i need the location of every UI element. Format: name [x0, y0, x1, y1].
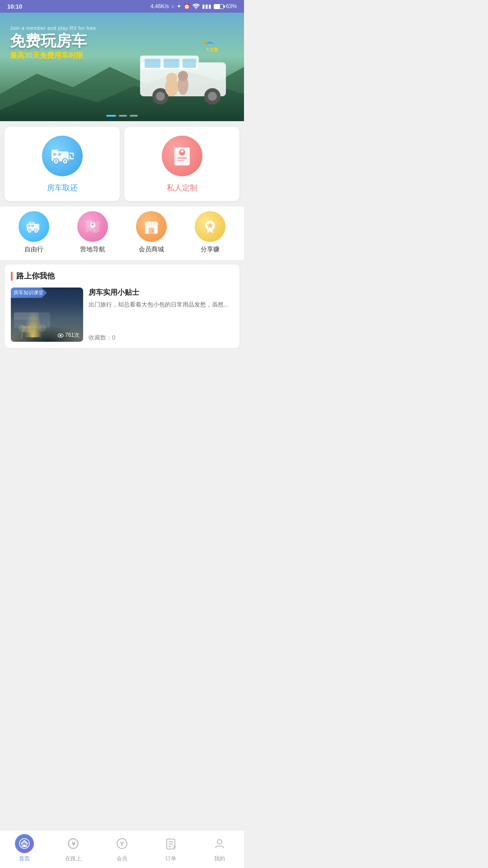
svg-point-8: [208, 92, 217, 101]
article-favorites: 收藏数：0: [89, 334, 233, 342]
battery-percent: 63%: [226, 3, 237, 9]
member-shop-item[interactable]: 会员商城: [136, 211, 167, 254]
banner-sub-text: 最高30天免费用车时限: [10, 51, 96, 61]
svg-rect-30: [28, 225, 30, 227]
rv-pickup-card[interactable]: 房车取还: [5, 127, 120, 201]
svg-rect-3: [164, 59, 179, 68]
svg-point-21: [64, 160, 66, 163]
svg-rect-2: [145, 59, 160, 68]
wifi-icon: [192, 4, 200, 9]
member-shop-label: 会员商城: [139, 245, 164, 254]
bluetooth-icon: ✦: [177, 3, 181, 9]
article-desc: 出门旅行，却总看着大包小包的日常用品发愁，虽然...: [89, 300, 233, 309]
svg-rect-24: [177, 157, 187, 159]
banner-dots: [106, 115, 138, 117]
article-views-count: 761次: [65, 331, 80, 339]
status-bar: 10:10 4.46K/s ○ ✦ ⏰ ▮▮▮ 63%: [0, 0, 244, 13]
svg-line-50: [31, 332, 32, 339]
member-shop-icon: [136, 211, 167, 242]
svg-point-35: [35, 230, 37, 232]
share-earn-item[interactable]: 分享赚: [195, 211, 225, 254]
dot-2: [119, 115, 127, 117]
rv-pickup-label: 房车取还: [47, 183, 78, 193]
banner-rv-image: ✦之旅: [136, 35, 235, 108]
circle-icon: ○: [171, 3, 174, 9]
banner-main-text: 免费玩房车: [10, 33, 96, 49]
banner-text: Join a member and play RV for free 免费玩房车…: [10, 25, 96, 61]
chair-silhouette: [18, 321, 36, 340]
section-header: 路上你我他: [11, 271, 233, 281]
battery-icon: [214, 4, 224, 9]
article-item[interactable]: 房车知识课堂 761次 房车实用小贴士 出门旅行，却总看着大包小包的日常用品发愁…: [11, 288, 233, 348]
free-travel-label: 自由行: [24, 245, 43, 254]
quick-grid: 自由行 营地导航: [0, 207, 244, 260]
svg-point-6: [156, 92, 165, 101]
dot-1: [106, 115, 116, 117]
svg-rect-48: [22, 326, 31, 332]
share-earn-label: 分享赚: [201, 245, 220, 254]
svg-point-42: [152, 231, 154, 232]
signal-icon: ▮▮▮: [202, 3, 211, 9]
share-earn-icon: [195, 211, 225, 242]
svg-rect-37: [30, 222, 33, 224]
svg-rect-17: [58, 153, 61, 156]
camp-nav-label: 营地导航: [80, 245, 105, 254]
alarm-icon: ⏰: [183, 3, 190, 9]
status-right: 4.46K/s ○ ✦ ⏰ ▮▮▮ 63%: [150, 3, 237, 9]
main-cards-section: 房车取还 私人定制: [0, 121, 244, 207]
rv-pickup-icon-circle: [42, 136, 83, 176]
camp-nav-icon: [77, 211, 108, 242]
camp-nav-item[interactable]: 营地导航: [77, 211, 108, 254]
svg-line-49: [21, 332, 22, 339]
free-travel-icon: [19, 211, 49, 242]
svg-point-11: [166, 73, 177, 84]
svg-point-13: [178, 71, 188, 81]
section-title-text: 路上你我他: [16, 271, 55, 281]
banner[interactable]: Join a member and play RV for free 免费玩房车…: [0, 13, 244, 121]
svg-point-52: [60, 335, 61, 336]
svg-point-33: [29, 230, 31, 232]
section-title-accent: [11, 272, 13, 281]
custom-label: 私人定制: [167, 183, 197, 193]
custom-card[interactable]: 私人定制: [124, 127, 239, 201]
dot-3: [130, 115, 138, 117]
svg-rect-31: [31, 225, 34, 227]
network-speed: 4.46K/s: [150, 3, 169, 9]
article-section: 路上你我他 房车知识课堂 761次: [5, 264, 239, 348]
svg-rect-25: [177, 160, 184, 161]
article-title: 房车实用小贴士: [89, 288, 233, 297]
article-views: 761次: [57, 331, 80, 339]
svg-text:✦之旅: ✦之旅: [206, 47, 219, 52]
svg-point-19: [55, 160, 57, 163]
article-tag: 房车知识课堂: [11, 288, 47, 298]
svg-rect-16: [53, 153, 56, 156]
article-info: 房车实用小贴士 出门旅行，却总看着大包小包的日常用品发愁，虽然... 收藏数：0: [89, 288, 233, 342]
status-time: 10:10: [7, 3, 22, 10]
article-thumbnail: 房车知识课堂 761次: [11, 288, 83, 342]
free-travel-item[interactable]: 自由行: [19, 211, 49, 254]
svg-rect-4: [183, 59, 196, 68]
svg-rect-22: [52, 150, 58, 152]
custom-icon-circle: [162, 136, 202, 176]
banner-en-text: Join a member and play RV for free: [10, 25, 96, 31]
